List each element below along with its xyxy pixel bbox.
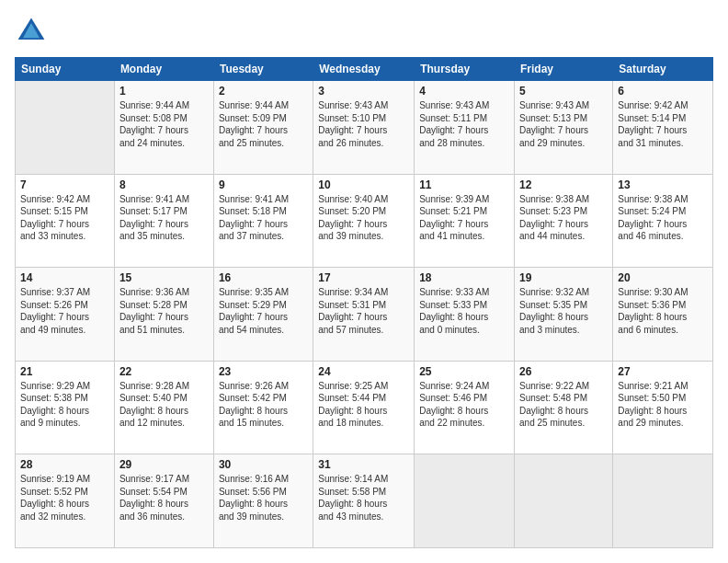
day-number: 23 (219, 365, 308, 378)
calendar-table: SundayMondayTuesdayWednesdayThursdayFrid… (15, 57, 713, 548)
day-number: 10 (318, 178, 409, 191)
calendar-week-row: 14Sunrise: 9:37 AMSunset: 5:26 PMDayligh… (16, 268, 713, 362)
day-number: 25 (419, 365, 509, 378)
day-info: Sunrise: 9:39 AMSunset: 5:21 PMDaylight:… (419, 193, 509, 243)
calendar-cell: 6Sunrise: 9:42 AMSunset: 5:14 PMDaylight… (613, 81, 713, 175)
day-number: 27 (618, 365, 708, 378)
calendar-cell: 21Sunrise: 9:29 AMSunset: 5:38 PMDayligh… (16, 361, 115, 454)
day-number: 16 (219, 271, 308, 284)
calendar-cell: 11Sunrise: 9:39 AMSunset: 5:21 PMDayligh… (415, 174, 515, 268)
calendar-cell: 23Sunrise: 9:26 AMSunset: 5:42 PMDayligh… (213, 361, 313, 454)
calendar-cell (613, 454, 713, 548)
calendar-cell: 5Sunrise: 9:43 AMSunset: 5:13 PMDaylight… (515, 81, 613, 175)
day-of-week-header: Tuesday (213, 58, 313, 81)
day-info: Sunrise: 9:38 AMSunset: 5:23 PMDaylight:… (519, 193, 608, 243)
day-info: Sunrise: 9:28 AMSunset: 5:40 PMDaylight:… (119, 380, 209, 430)
calendar-cell: 27Sunrise: 9:21 AMSunset: 5:50 PMDayligh… (613, 361, 713, 454)
logo-icon (15, 15, 48, 48)
calendar-cell: 15Sunrise: 9:36 AMSunset: 5:28 PMDayligh… (114, 268, 213, 362)
calendar-cell: 24Sunrise: 9:25 AMSunset: 5:44 PMDayligh… (313, 361, 415, 454)
calendar-cell: 31Sunrise: 9:14 AMSunset: 5:58 PMDayligh… (313, 454, 415, 548)
calendar-cell: 29Sunrise: 9:17 AMSunset: 5:54 PMDayligh… (114, 454, 213, 548)
day-info: Sunrise: 9:33 AMSunset: 5:33 PMDaylight:… (419, 286, 509, 336)
day-info: Sunrise: 9:14 AMSunset: 5:58 PMDaylight:… (318, 473, 409, 523)
day-number: 6 (618, 85, 708, 98)
calendar-cell: 28Sunrise: 9:19 AMSunset: 5:52 PMDayligh… (16, 454, 115, 548)
calendar-header-row: SundayMondayTuesdayWednesdayThursdayFrid… (16, 58, 713, 81)
day-info: Sunrise: 9:41 AMSunset: 5:17 PMDaylight:… (119, 193, 209, 243)
day-of-week-header: Monday (114, 58, 213, 81)
calendar-cell: 16Sunrise: 9:35 AMSunset: 5:29 PMDayligh… (213, 268, 313, 362)
day-info: Sunrise: 9:42 AMSunset: 5:14 PMDaylight:… (618, 99, 708, 149)
day-info: Sunrise: 9:17 AMSunset: 5:54 PMDaylight:… (119, 473, 209, 523)
day-number: 28 (20, 458, 109, 471)
day-info: Sunrise: 9:38 AMSunset: 5:24 PMDaylight:… (618, 193, 708, 243)
day-info: Sunrise: 9:44 AMSunset: 5:08 PMDaylight:… (119, 99, 209, 149)
day-of-week-header: Saturday (613, 58, 713, 81)
day-number: 26 (519, 365, 608, 378)
day-number: 2 (219, 85, 308, 98)
day-info: Sunrise: 9:40 AMSunset: 5:20 PMDaylight:… (318, 193, 409, 243)
day-of-week-header: Thursday (415, 58, 515, 81)
calendar-cell: 25Sunrise: 9:24 AMSunset: 5:46 PMDayligh… (415, 361, 515, 454)
day-number: 4 (419, 85, 509, 98)
calendar-cell: 7Sunrise: 9:42 AMSunset: 5:15 PMDaylight… (16, 174, 115, 268)
calendar-cell: 20Sunrise: 9:30 AMSunset: 5:36 PMDayligh… (613, 268, 713, 362)
calendar-cell: 1Sunrise: 9:44 AMSunset: 5:08 PMDaylight… (114, 81, 213, 175)
day-number: 11 (419, 178, 509, 191)
day-of-week-header: Sunday (16, 58, 115, 81)
calendar-cell (16, 81, 115, 175)
calendar-cell: 10Sunrise: 9:40 AMSunset: 5:20 PMDayligh… (313, 174, 415, 268)
day-info: Sunrise: 9:29 AMSunset: 5:38 PMDaylight:… (20, 380, 109, 430)
calendar-cell: 12Sunrise: 9:38 AMSunset: 5:23 PMDayligh… (515, 174, 613, 268)
day-info: Sunrise: 9:41 AMSunset: 5:18 PMDaylight:… (219, 193, 308, 243)
day-number: 7 (20, 178, 109, 191)
day-info: Sunrise: 9:32 AMSunset: 5:35 PMDaylight:… (519, 286, 608, 336)
day-number: 24 (318, 365, 409, 378)
day-info: Sunrise: 9:19 AMSunset: 5:52 PMDaylight:… (20, 473, 109, 523)
calendar-week-row: 21Sunrise: 9:29 AMSunset: 5:38 PMDayligh… (16, 361, 713, 454)
day-info: Sunrise: 9:16 AMSunset: 5:56 PMDaylight:… (219, 473, 308, 523)
calendar-cell: 22Sunrise: 9:28 AMSunset: 5:40 PMDayligh… (114, 361, 213, 454)
calendar-cell: 13Sunrise: 9:38 AMSunset: 5:24 PMDayligh… (613, 174, 713, 268)
day-info: Sunrise: 9:35 AMSunset: 5:29 PMDaylight:… (219, 286, 308, 336)
day-info: Sunrise: 9:43 AMSunset: 5:10 PMDaylight:… (318, 99, 409, 149)
day-info: Sunrise: 9:25 AMSunset: 5:44 PMDaylight:… (318, 380, 409, 430)
day-number: 5 (519, 85, 608, 98)
logo (15, 15, 53, 48)
day-number: 29 (119, 458, 209, 471)
calendar-week-row: 7Sunrise: 9:42 AMSunset: 5:15 PMDaylight… (16, 174, 713, 268)
calendar-cell: 30Sunrise: 9:16 AMSunset: 5:56 PMDayligh… (213, 454, 313, 548)
day-number: 22 (119, 365, 209, 378)
calendar-week-row: 1Sunrise: 9:44 AMSunset: 5:08 PMDaylight… (16, 81, 713, 175)
day-info: Sunrise: 9:22 AMSunset: 5:48 PMDaylight:… (519, 380, 608, 430)
page: SundayMondayTuesdayWednesdayThursdayFrid… (0, 0, 728, 563)
day-number: 14 (20, 271, 109, 284)
calendar-cell: 19Sunrise: 9:32 AMSunset: 5:35 PMDayligh… (515, 268, 613, 362)
calendar-cell: 8Sunrise: 9:41 AMSunset: 5:17 PMDaylight… (114, 174, 213, 268)
day-number: 18 (419, 271, 509, 284)
day-number: 9 (219, 178, 308, 191)
day-number: 19 (519, 271, 608, 284)
day-info: Sunrise: 9:24 AMSunset: 5:46 PMDaylight:… (419, 380, 509, 430)
day-info: Sunrise: 9:43 AMSunset: 5:11 PMDaylight:… (419, 99, 509, 149)
calendar-cell (515, 454, 613, 548)
calendar-cell: 17Sunrise: 9:34 AMSunset: 5:31 PMDayligh… (313, 268, 415, 362)
day-number: 15 (119, 271, 209, 284)
calendar-cell: 2Sunrise: 9:44 AMSunset: 5:09 PMDaylight… (213, 81, 313, 175)
day-info: Sunrise: 9:37 AMSunset: 5:26 PMDaylight:… (20, 286, 109, 336)
day-info: Sunrise: 9:42 AMSunset: 5:15 PMDaylight:… (20, 193, 109, 243)
day-number: 12 (519, 178, 608, 191)
calendar-cell: 3Sunrise: 9:43 AMSunset: 5:10 PMDaylight… (313, 81, 415, 175)
header (15, 15, 713, 48)
day-of-week-header: Wednesday (313, 58, 415, 81)
day-info: Sunrise: 9:44 AMSunset: 5:09 PMDaylight:… (219, 99, 308, 149)
day-number: 20 (618, 271, 708, 284)
day-number: 31 (318, 458, 409, 471)
day-number: 13 (618, 178, 708, 191)
calendar-cell: 26Sunrise: 9:22 AMSunset: 5:48 PMDayligh… (515, 361, 613, 454)
day-number: 8 (119, 178, 209, 191)
day-of-week-header: Friday (515, 58, 613, 81)
calendar-cell: 18Sunrise: 9:33 AMSunset: 5:33 PMDayligh… (415, 268, 515, 362)
calendar-cell: 9Sunrise: 9:41 AMSunset: 5:18 PMDaylight… (213, 174, 313, 268)
